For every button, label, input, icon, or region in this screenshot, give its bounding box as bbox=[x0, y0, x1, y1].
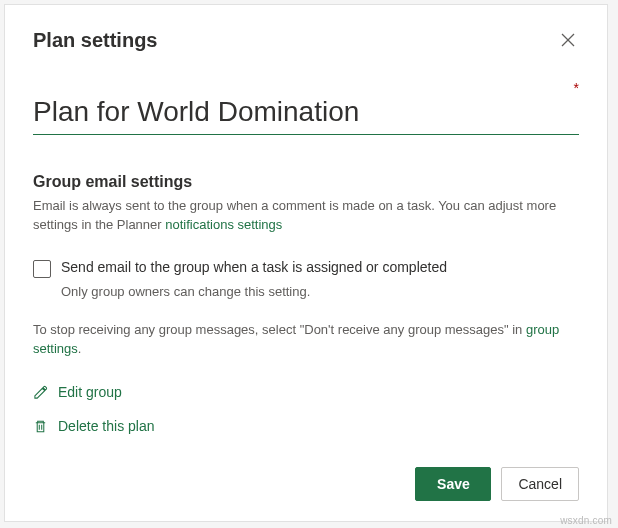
dialog-header: Plan settings bbox=[33, 29, 579, 52]
plan-name-field-wrap: * bbox=[33, 92, 579, 135]
send-email-checkbox-row: Send email to the group when a task is a… bbox=[33, 259, 579, 278]
cancel-button[interactable]: Cancel bbox=[501, 467, 579, 501]
stop-receiving-note: To stop receiving any group messages, se… bbox=[33, 321, 579, 359]
dialog-title: Plan settings bbox=[33, 29, 157, 52]
pencil-icon bbox=[33, 385, 48, 400]
send-email-checkbox[interactable] bbox=[33, 260, 51, 278]
stop-text-suffix: . bbox=[78, 341, 82, 356]
trash-icon bbox=[33, 419, 48, 434]
close-button[interactable] bbox=[557, 29, 579, 51]
send-email-checkbox-hint: Only group owners can change this settin… bbox=[61, 284, 579, 299]
dialog-footer: Save Cancel bbox=[33, 467, 579, 501]
close-icon bbox=[561, 33, 575, 47]
watermark-text: wsxdn.com bbox=[560, 515, 612, 526]
save-button[interactable]: Save bbox=[415, 467, 491, 501]
notifications-settings-link[interactable]: notifications settings bbox=[165, 217, 282, 232]
edit-group-link[interactable]: Edit group bbox=[33, 384, 122, 400]
delete-plan-label: Delete this plan bbox=[58, 418, 155, 434]
action-links: Edit group Delete this plan bbox=[33, 384, 579, 434]
edit-group-label: Edit group bbox=[58, 384, 122, 400]
required-indicator: * bbox=[574, 80, 579, 96]
plan-name-input[interactable] bbox=[33, 92, 579, 135]
delete-plan-link[interactable]: Delete this plan bbox=[33, 418, 155, 434]
stop-text-prefix: To stop receiving any group messages, se… bbox=[33, 322, 526, 337]
plan-settings-dialog: Plan settings * Group email settings Ema… bbox=[4, 4, 608, 522]
desc-text: Email is always sent to the group when a… bbox=[33, 198, 556, 232]
send-email-checkbox-label: Send email to the group when a task is a… bbox=[61, 259, 447, 275]
group-email-description: Email is always sent to the group when a… bbox=[33, 197, 579, 235]
group-email-heading: Group email settings bbox=[33, 173, 579, 191]
